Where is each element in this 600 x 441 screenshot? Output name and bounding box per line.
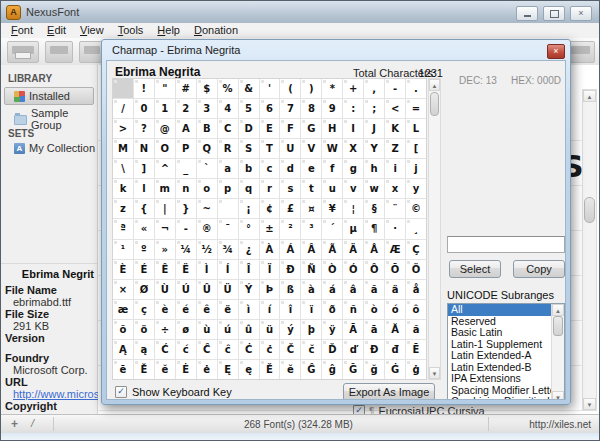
- char-cell[interactable]: ©: [406, 199, 426, 218]
- char-cell[interactable]: ô: [406, 300, 426, 319]
- char-cell[interactable]: H: [322, 119, 342, 138]
- char-cell[interactable]: ¥: [322, 199, 342, 218]
- char-cell[interactable]: Ą: [113, 340, 133, 359]
- char-cell[interactable]: Ċ: [239, 340, 259, 359]
- char-cell[interactable]: E: [260, 119, 280, 138]
- char-cell[interactable]: 9: [322, 99, 342, 118]
- char-cell[interactable]: ė: [197, 360, 217, 379]
- char-cell[interactable]: @: [155, 119, 175, 138]
- char-cell[interactable]: f: [322, 159, 342, 178]
- char-cell[interactable]: x: [385, 179, 405, 198]
- char-cell[interactable]: F: [280, 119, 300, 138]
- folder-icon[interactable]: [45, 41, 73, 63]
- scroll-down-icon[interactable]: ▼: [552, 391, 564, 400]
- char-cell[interactable]: ā: [364, 320, 384, 339]
- char-cell[interactable]: 2: [176, 99, 196, 118]
- char-cell[interactable]: g: [343, 159, 363, 178]
- char-cell[interactable]: õ: [113, 320, 133, 339]
- export-as-image-button[interactable]: Export As Image: [343, 383, 435, 400]
- scroll-up-icon[interactable]: ▲: [583, 90, 596, 102]
- subrange-scrollbar[interactable]: ▲ ▼: [551, 304, 564, 400]
- char-cell[interactable]: Ē: [406, 340, 426, 359]
- subrange-item[interactable]: Basic Latin: [448, 327, 552, 339]
- char-input[interactable]: [447, 236, 565, 253]
- char-cell[interactable]: ü: [260, 320, 280, 339]
- char-cell[interactable]: Q: [197, 139, 217, 158]
- char-cell[interactable]: j: [406, 159, 426, 178]
- char-cell[interactable]: k: [113, 179, 133, 198]
- char-cell[interactable]: È: [113, 260, 133, 279]
- char-cell[interactable]: û: [239, 320, 259, 339]
- char-cell[interactable]: ¹: [113, 240, 133, 259]
- char-cell[interactable]: [113, 79, 133, 98]
- char-cell[interactable]: [218, 199, 238, 218]
- char-cell[interactable]: É: [134, 260, 154, 279]
- char-cell[interactable]: 3: [197, 99, 217, 118]
- char-cell[interactable]: Ę: [218, 360, 238, 379]
- char-cell[interactable]: >: [113, 119, 133, 138]
- char-cell[interactable]: Č: [280, 340, 300, 359]
- char-cell[interactable]: £: [280, 199, 300, 218]
- char-cell[interactable]: Ø: [134, 280, 154, 299]
- char-cell[interactable]: Ć: [155, 340, 175, 359]
- char-cell[interactable]: t: [301, 179, 321, 198]
- char-cell[interactable]: Á: [280, 240, 300, 259]
- subrange-item[interactable]: Latin-1 Supplement: [448, 339, 552, 351]
- char-cell[interactable]: ~: [197, 199, 217, 218]
- char-cell[interactable]: é: [176, 300, 196, 319]
- char-cell[interactable]: Z: [385, 139, 405, 158]
- char-cell[interactable]: :: [343, 99, 363, 118]
- char-cell[interactable]: ": [155, 79, 175, 98]
- subrange-item[interactable]: IPA Extensions: [448, 373, 552, 385]
- char-cell[interactable]: ć: [176, 340, 196, 359]
- char-cell[interactable]: ð: [322, 300, 342, 319]
- char-cell[interactable]: J: [364, 119, 384, 138]
- char-cell[interactable]: Y: [364, 139, 384, 158]
- scroll-down-icon[interactable]: ▼: [583, 398, 596, 410]
- char-cell[interactable]: Æ: [385, 240, 405, 259]
- char-cell[interactable]: Ñ: [301, 260, 321, 279]
- char-cell[interactable]: $: [197, 79, 217, 98]
- char-cell[interactable]: Ă: [385, 320, 405, 339]
- char-cell[interactable]: ¨: [385, 199, 405, 218]
- char-cell[interactable]: =: [406, 99, 426, 118]
- char-cell[interactable]: ġ: [406, 360, 426, 379]
- char-cell[interactable]: Ã: [322, 240, 342, 259]
- char-cell[interactable]: Ğ: [343, 360, 363, 379]
- char-cell[interactable]: Ç: [406, 240, 426, 259]
- char-cell[interactable]: à: [301, 280, 321, 299]
- char-cell[interactable]: 7: [280, 99, 300, 118]
- char-cell[interactable]: 8: [301, 99, 321, 118]
- char-cell[interactable]: ¯: [218, 219, 238, 238]
- char-cell[interactable]: Ì: [197, 260, 217, 279]
- char-cell[interactable]: Û: [197, 280, 217, 299]
- char-cell[interactable]: S: [239, 139, 259, 158]
- char-cell[interactable]: B: [197, 119, 217, 138]
- char-cell[interactable]: L: [406, 119, 426, 138]
- char-cell[interactable]: ®: [197, 219, 217, 238]
- char-cell[interactable]: Å: [364, 240, 384, 259]
- char-cell[interactable]: %: [218, 79, 238, 98]
- edit-icon[interactable]: /: [31, 417, 34, 429]
- char-cell[interactable]: ¸: [406, 219, 426, 238]
- char-cell[interactable]: è: [155, 300, 175, 319]
- char-cell[interactable]: I: [343, 119, 363, 138]
- scroll-up-icon[interactable]: ▲: [429, 79, 440, 91]
- char-cell[interactable]: Ò: [322, 260, 342, 279]
- subrange-item[interactable]: Latin Extended-A: [448, 350, 552, 362]
- char-cell[interactable]: ø: [176, 320, 196, 339]
- char-cell[interactable]: Ï: [260, 260, 280, 279]
- char-grid-scrollbar[interactable]: ▲ ▼: [428, 78, 441, 380]
- char-cell[interactable]: ë: [218, 300, 238, 319]
- char-cell[interactable]: â: [343, 280, 363, 299]
- char-cell[interactable]: þ: [301, 320, 321, 339]
- char-cell[interactable]: Ý: [239, 280, 259, 299]
- char-cell[interactable]: Î: [239, 260, 259, 279]
- subrange-item[interactable]: Combining Diacritical Marks: [448, 396, 552, 400]
- char-cell[interactable]: ĝ: [322, 360, 342, 379]
- char-cell[interactable]: q: [239, 179, 259, 198]
- char-cell[interactable]: ¤: [301, 199, 321, 218]
- char-cell[interactable]: Ê: [155, 260, 175, 279]
- char-cell[interactable]: R: [218, 139, 238, 158]
- char-cell[interactable]: Ú: [176, 280, 196, 299]
